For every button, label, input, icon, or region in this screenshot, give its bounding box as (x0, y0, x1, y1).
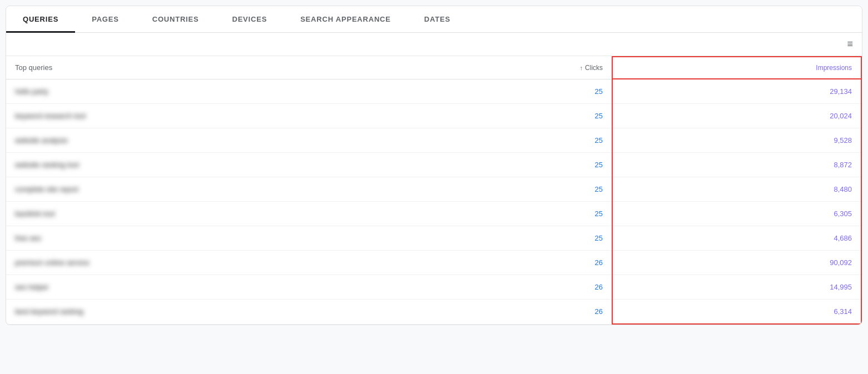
query-cell: complete site report (6, 177, 424, 202)
query-cell: seo helper (6, 275, 424, 300)
toolbar: ≡ (6, 33, 862, 56)
tab-devices[interactable]: DEVICES (215, 6, 284, 32)
queries-table: Top queries ↑Clicks Impressions hello pa… (6, 56, 862, 325)
table-row[interactable]: seo helper2614,995 (6, 275, 861, 300)
impressions-cell: 9,528 (612, 128, 861, 153)
impressions-cell: 4,686 (612, 226, 861, 251)
table-row[interactable]: backlink tool256,305 (6, 202, 861, 226)
col-header-clicks[interactable]: ↑Clicks (424, 57, 612, 79)
col-header-query: Top queries (6, 57, 424, 79)
query-cell: free seo (6, 226, 424, 251)
sort-arrow-icon: ↑ (580, 64, 583, 71)
query-cell: premium online service (6, 251, 424, 275)
clicks-cell: 26 (424, 300, 612, 325)
tab-countries[interactable]: COUNTRIES (136, 6, 216, 32)
table-row[interactable]: free seo254,686 (6, 226, 861, 251)
query-cell: best keyword ranking (6, 300, 424, 325)
impressions-cell: 6,314 (612, 300, 861, 325)
table-row[interactable]: keyword research tool2520,024 (6, 104, 861, 128)
col-header-impressions[interactable]: Impressions (612, 57, 861, 79)
impressions-cell: 29,134 (612, 79, 861, 104)
tab-bar: QUERIES PAGES COUNTRIES DEVICES SEARCH A… (6, 6, 862, 33)
impressions-cell: 90,092 (612, 251, 861, 275)
clicks-cell: 25 (424, 104, 612, 128)
main-container: QUERIES PAGES COUNTRIES DEVICES SEARCH A… (6, 6, 862, 325)
table-row[interactable]: complete site report258,480 (6, 177, 861, 202)
clicks-cell: 25 (424, 153, 612, 177)
clicks-cell: 25 (424, 226, 612, 251)
table-row[interactable]: website analysis259,528 (6, 128, 861, 153)
clicks-cell: 25 (424, 79, 612, 104)
query-cell: website ranking tool (6, 153, 424, 177)
query-cell: backlink tool (6, 202, 424, 226)
tab-dates[interactable]: DATES (408, 6, 467, 32)
clicks-cell: 25 (424, 128, 612, 153)
tab-pages[interactable]: PAGES (75, 6, 136, 32)
query-cell: hello party (6, 79, 424, 104)
table-row[interactable]: best keyword ranking266,314 (6, 300, 861, 325)
tab-queries[interactable]: QUERIES (6, 6, 75, 32)
filter-icon[interactable]: ≡ (847, 38, 853, 50)
impressions-cell: 20,024 (612, 104, 861, 128)
clicks-cell: 26 (424, 251, 612, 275)
table-container: Top queries ↑Clicks Impressions hello pa… (6, 56, 862, 325)
impressions-cell: 8,872 (612, 153, 861, 177)
table-row[interactable]: website ranking tool258,872 (6, 153, 861, 177)
impressions-cell: 14,995 (612, 275, 861, 300)
clicks-cell: 25 (424, 177, 612, 202)
query-cell: keyword research tool (6, 104, 424, 128)
clicks-cell: 25 (424, 202, 612, 226)
tab-search-appearance[interactable]: SEARCH APPEARANCE (284, 6, 408, 32)
table-row[interactable]: hello party2529,134 (6, 79, 861, 104)
clicks-cell: 26 (424, 275, 612, 300)
impressions-cell: 6,305 (612, 202, 861, 226)
impressions-cell: 8,480 (612, 177, 861, 202)
query-cell: website analysis (6, 128, 424, 153)
table-row[interactable]: premium online service2690,092 (6, 251, 861, 275)
